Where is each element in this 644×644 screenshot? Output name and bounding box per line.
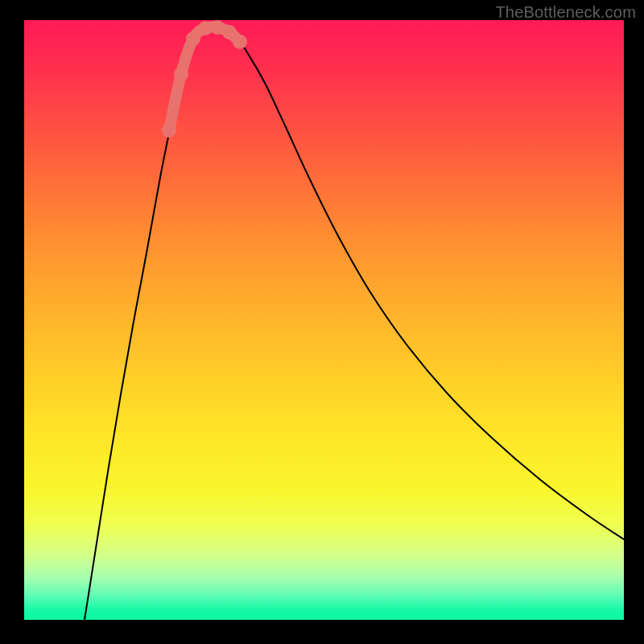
- bottleneck-curve: [85, 27, 624, 620]
- chart-frame: TheBottleneck.com: [0, 0, 644, 644]
- plot-area: [24, 20, 624, 620]
- curve-layer: [24, 20, 624, 620]
- marker-dot: [162, 123, 176, 138]
- marker-dot: [233, 35, 247, 49]
- marker-dot: [186, 31, 200, 46]
- marker-dot: [174, 67, 188, 81]
- watermark-text: TheBottleneck.com: [495, 3, 636, 22]
